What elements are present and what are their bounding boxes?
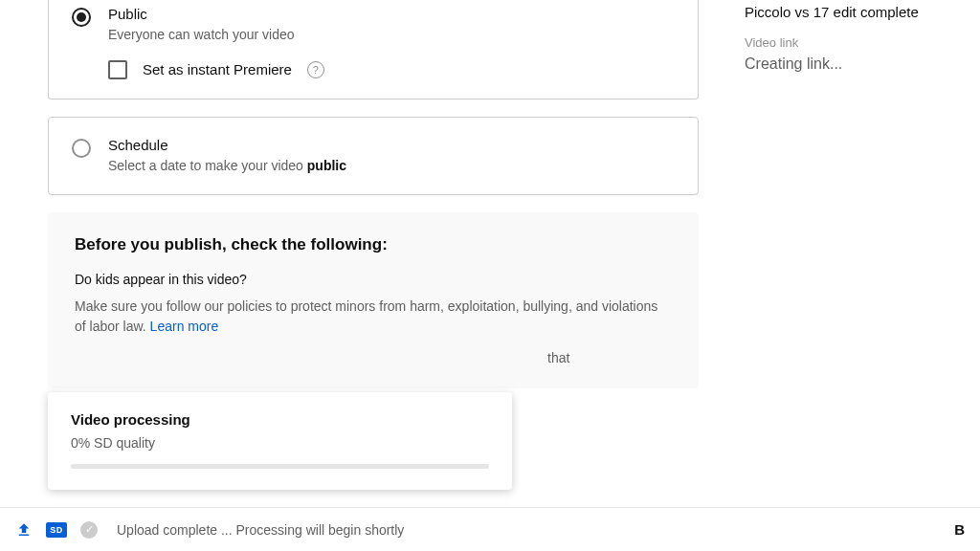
learn-more-link[interactable]: Learn more: [150, 319, 219, 334]
premiere-label: Set as instant Premiere: [143, 61, 292, 77]
public-desc: Everyone can watch your video: [108, 26, 675, 45]
checklist-heading: Before you publish, check the following:: [75, 235, 672, 254]
overflow-text: that: [547, 350, 672, 365]
public-label: Public: [108, 6, 675, 22]
footer-status-text: Upload complete ... Processing will begi…: [117, 522, 404, 538]
processing-popover: Video processing 0% SD quality: [48, 392, 512, 490]
processing-status: 0% SD quality: [71, 435, 489, 451]
kids-body: Make sure you follow our policies to pro…: [75, 297, 672, 337]
radio-selected-icon: [72, 8, 91, 27]
publish-checklist-card: Before you publish, check the following:…: [48, 212, 699, 388]
upload-icon: [15, 521, 33, 539]
link-status: Creating link...: [745, 55, 980, 73]
help-icon[interactable]: ?: [307, 61, 324, 78]
public-option-card: Public Everyone can watch your video Set…: [48, 0, 699, 99]
processing-title: Video processing: [71, 411, 489, 428]
schedule-option-card[interactable]: Schedule Select a date to make your vide…: [48, 117, 699, 196]
schedule-desc: Select a date to make your video public: [108, 157, 675, 176]
link-label: Video link: [745, 35, 980, 50]
main-panel: Public Everyone can watch your video Set…: [48, 0, 699, 388]
schedule-label: Schedule: [108, 137, 675, 153]
footer-right-text: B: [954, 521, 965, 538]
premiere-row[interactable]: Set as instant Premiere ?: [108, 60, 675, 79]
radio-unselected-icon[interactable]: [72, 139, 91, 158]
progress-bar: [71, 464, 489, 469]
sidebar: Piccolo vs 17 edit complete Video link C…: [722, 0, 980, 73]
checkbox-icon[interactable]: [108, 60, 127, 79]
footer-bar: SD ✓ Upload complete ... Processing will…: [0, 507, 980, 551]
video-title: Piccolo vs 17 edit complete: [745, 4, 980, 20]
public-radio-row[interactable]: Public Everyone can watch your video: [72, 6, 675, 45]
check-icon: ✓: [80, 521, 98, 539]
sd-badge-icon: SD: [46, 522, 67, 538]
kids-question: Do kids appear in this video?: [75, 272, 672, 287]
